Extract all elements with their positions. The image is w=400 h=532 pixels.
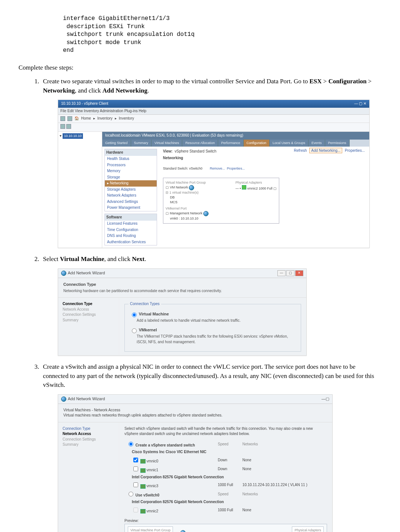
crumb-inv2[interactable]: Inventory <box>119 116 134 121</box>
tab-users[interactable]: Local Users & Groups <box>270 140 309 147</box>
toolbar-icons[interactable] <box>58 123 369 132</box>
vswitch-diagram: Virtual Machine Port Group ▢ VM Network … <box>163 178 279 224</box>
fwd-icon[interactable] <box>67 116 72 121</box>
opt-create-label: Create a vSphere standard switch <box>136 443 195 447</box>
hw-network-adapters[interactable]: Network Adapters <box>105 193 157 199</box>
max-button[interactable]: ▢ <box>326 397 329 401</box>
back-icon[interactable] <box>60 116 65 121</box>
tab-configuration[interactable]: Configuration <box>244 140 270 147</box>
toolbar-icon[interactable] <box>60 124 65 129</box>
nic-checkbox[interactable] <box>133 482 138 487</box>
nic-row: vmnic0DownNone <box>124 456 327 465</box>
hardware-panel: Hardware Health Status Processors Memory… <box>104 149 157 211</box>
nic-checkbox <box>133 508 138 512</box>
properties-link[interactable]: Properties... <box>343 148 366 153</box>
tab-getting-started[interactable]: Getting Started <box>102 140 131 147</box>
step-3: Create a vSwitch and assign a physical N… <box>41 362 381 532</box>
radio-virtual-machine[interactable] <box>132 312 137 317</box>
nic-icon <box>140 459 146 464</box>
networking-label: Networking <box>163 156 183 160</box>
switch-title: Standard Switch: vSwitch0 <box>163 167 203 170</box>
software-panel: Software Licensed Features Time Configur… <box>104 214 157 246</box>
hw-storage-adapters[interactable]: Storage Adapters <box>105 187 157 193</box>
radio-create-switch[interactable] <box>129 442 133 446</box>
tab-vms[interactable]: Virtual Machines <box>151 140 182 147</box>
crumb-inv[interactable]: Inventory <box>97 116 113 121</box>
wizstep-conn-type[interactable]: Connection Type <box>63 426 114 432</box>
net-links: Refresh Add Networking... Properties... <box>293 148 366 154</box>
nic-checkbox[interactable] <box>133 466 138 471</box>
wizard-header: Virtual Machines - Network Access Virtua… <box>58 404 332 422</box>
hw-health[interactable]: Health Status <box>105 156 157 162</box>
inventory-tree[interactable]: ▾ 10.10.10.10 <box>58 132 102 248</box>
wizard-titlebar: Add Network Wizard —▢✕ <box>58 269 306 278</box>
min-button[interactable]: — <box>321 397 326 401</box>
nic-net: None <box>240 465 327 474</box>
tree-host[interactable]: 10.10.10.10 <box>63 133 83 139</box>
vm-count: 1 virtual machine(s) <box>170 191 199 194</box>
sw-auth[interactable]: Authentication Services <box>105 239 157 245</box>
hw-power[interactable]: Power Management <box>105 205 157 211</box>
wizard-steps: Connection Type Network Access Connectio… <box>58 298 119 355</box>
phys-nic: vmnic2 1000 Full <box>247 187 272 190</box>
nic-icon <box>140 484 146 489</box>
hw-networking[interactable]: ▸ Networking <box>105 180 157 187</box>
wizard-title: Add Network Wizard <box>68 271 105 275</box>
nic-checkbox[interactable] <box>133 458 138 462</box>
hw-processors[interactable]: Processors <box>105 162 157 168</box>
crumb-home[interactable]: Home <box>81 116 91 121</box>
nic-net: 10.10.11.224-10.10.11.224 ( VLAN 11 ) <box>240 481 327 490</box>
breadcrumb[interactable]: 🏠 Home ▸ Inventory ▸ Inventory <box>58 115 369 123</box>
preview-box: Virtual Machine Port Group VM Network 2 … <box>124 524 327 532</box>
opt-vm-label: Virtual Machine <box>139 312 169 316</box>
radio-vmkernel[interactable] <box>132 328 137 333</box>
steps-list: Create two separate virtual switches in … <box>41 77 381 532</box>
close-button[interactable]: ✕ <box>295 270 303 276</box>
refresh-link[interactable]: Refresh <box>293 148 309 153</box>
preview-section: Preview: Virtual Machine Port Group VM N… <box>124 518 327 532</box>
connection-types-fieldset: Connection Types Virtual Machine Add a l… <box>124 301 301 352</box>
wizard-steps: Connection Type Network Access Connectio… <box>58 422 119 532</box>
sw-licensed[interactable]: Licensed Features <box>105 221 157 227</box>
pg-label: Virtual Machine Port Group <box>130 528 170 532</box>
nic-icon <box>242 185 246 190</box>
wizstep-conn-type: Connection Type <box>63 301 114 307</box>
tab-events[interactable]: Events <box>309 140 325 147</box>
view-value: vSphere Standard Switch <box>175 149 217 153</box>
hw-advanced[interactable]: Advanced Settings <box>105 199 157 205</box>
window-buttons: — ▢ ✕ <box>354 101 366 107</box>
col-speed: Speed <box>216 490 240 499</box>
col-networks: Networks <box>240 490 327 499</box>
menubar[interactable]: File Edit View Inventory Administration … <box>58 108 369 115</box>
networking-area: View: vSphere Standard Switch Networking… <box>159 147 369 248</box>
wizard-icon <box>61 397 66 402</box>
switch-remove-link[interactable]: Remove... <box>210 167 225 170</box>
step1-config: Configuration <box>329 78 367 85</box>
toolbar-icon[interactable] <box>66 124 71 129</box>
sw-time[interactable]: Time Configuration <box>105 227 157 233</box>
tab-summary[interactable]: Summary <box>131 140 152 147</box>
switch-props-link[interactable]: Properties... <box>227 167 245 170</box>
tab-bar[interactable]: Getting Started Summary Virtual Machines… <box>102 140 369 147</box>
tab-resource[interactable]: Resource Allocation <box>182 140 218 147</box>
tab-permissions[interactable]: Permissions <box>325 140 350 147</box>
sw-dns[interactable]: DNS and Routing <box>105 233 157 239</box>
guest-db: DB <box>166 195 210 200</box>
step-2: Select Virtual Machine, and click Next. … <box>41 255 381 356</box>
tab-performance[interactable]: Performance <box>218 140 244 147</box>
radio-use-vswitch0[interactable] <box>129 492 133 496</box>
nic-speed: Down <box>216 465 240 474</box>
max-button[interactable]: ▢ <box>286 270 294 276</box>
hw-memory[interactable]: Memory <box>105 168 157 174</box>
col-networks: Networks <box>240 440 327 449</box>
nic-group-intel: Intel Corporation 82576 Gigabit Network … <box>124 474 327 481</box>
preview-portgroup: Virtual Machine Port Group VM Network 2 <box>128 526 173 532</box>
vmk-pg-name: Management Network <box>170 211 203 215</box>
nic-row: vmnic1DownNone <box>124 465 327 474</box>
home-icon[interactable]: 🏠 <box>74 116 79 121</box>
add-networking-link[interactable]: Add Networking... <box>309 148 342 153</box>
step1-esx: ESX <box>309 78 321 85</box>
intro-text: Select which vSphere standard switch wil… <box>124 426 327 437</box>
min-button[interactable]: — <box>277 270 286 276</box>
hw-storage[interactable]: Storage <box>105 174 157 181</box>
